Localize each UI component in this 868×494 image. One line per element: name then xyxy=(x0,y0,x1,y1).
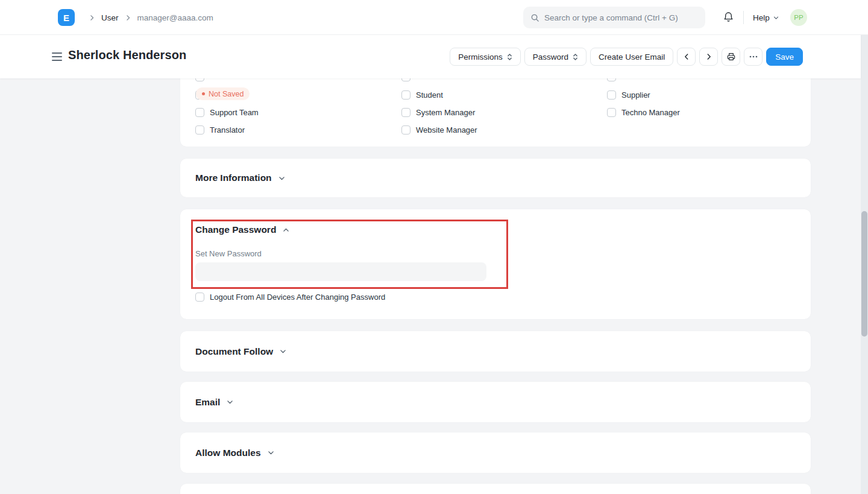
button-label: Password xyxy=(533,52,568,62)
print-button[interactable] xyxy=(722,48,740,66)
button-label: Create User Email xyxy=(599,52,665,62)
checkbox-website-manager[interactable] xyxy=(401,125,410,135)
help-menu[interactable]: Help xyxy=(753,0,779,35)
checkbox-system-manager[interactable] xyxy=(401,108,410,117)
section-title: Email xyxy=(195,397,220,408)
notification-bell-icon[interactable] xyxy=(723,11,734,23)
scrollbar-thumb[interactable] xyxy=(861,211,867,337)
section-title: More Information xyxy=(195,173,272,183)
status-badge: Not Saved xyxy=(196,87,250,100)
next-document-button[interactable] xyxy=(699,48,718,66)
role-label[interactable]: Website Manager xyxy=(416,125,477,135)
set-new-password-label: Set New Password xyxy=(195,249,262,258)
page-head: Sherlock Henderson Not Saved Permissions… xyxy=(0,35,861,78)
help-label: Help xyxy=(753,13,770,22)
permissions-button[interactable]: Permissions xyxy=(450,48,521,66)
section-header-more-information[interactable]: More Information xyxy=(180,159,811,197)
head-actions: Permissions Password Create User Email S… xyxy=(450,48,803,66)
role-label[interactable]: Supplier xyxy=(621,90,650,100)
status-dot-icon xyxy=(202,92,205,95)
user-avatar[interactable]: PP xyxy=(790,9,807,26)
logout-all-devices-row: Logout From All Devices After Changing P… xyxy=(195,293,385,302)
new-password-input[interactable] xyxy=(195,262,486,281)
section-title: Allow Modules xyxy=(195,448,261,458)
checkbox-translator[interactable] xyxy=(195,125,204,135)
breadcrumb: User manager@aaaa.com xyxy=(88,0,213,35)
navbar: E User manager@aaaa.com Help PP xyxy=(0,0,868,35)
breadcrumb-item-document[interactable]: manager@aaaa.com xyxy=(137,13,213,22)
section-header-document-follow[interactable]: Document Follow xyxy=(180,331,811,372)
checkbox-logout-all-devices[interactable] xyxy=(195,293,204,302)
next-section-card xyxy=(180,484,811,494)
chevron-down-icon xyxy=(226,398,234,406)
chevron-down-icon xyxy=(267,449,275,457)
chevron-down-icon xyxy=(773,14,779,21)
roles-row: Stock User Student Supplier xyxy=(180,90,811,100)
chevron-down-icon xyxy=(278,174,286,182)
save-button[interactable]: Save xyxy=(766,48,803,66)
menu-icon[interactable] xyxy=(51,51,64,63)
create-user-email-button[interactable]: Create User Email xyxy=(590,48,673,66)
section-header-allow-modules[interactable]: Allow Modules xyxy=(180,432,811,473)
printer-icon xyxy=(726,52,736,62)
password-button[interactable]: Password xyxy=(524,48,587,66)
button-label: Permissions xyxy=(458,52,503,62)
logout-all-devices-label[interactable]: Logout From All Devices After Changing P… xyxy=(210,293,385,302)
sort-icon xyxy=(507,53,512,61)
breadcrumb-chevron-icon[interactable] xyxy=(88,14,96,22)
role-label[interactable]: Student xyxy=(416,90,443,100)
section-header-email[interactable]: Email xyxy=(180,382,811,422)
section-title: Document Follow xyxy=(195,346,273,357)
section-title: Change Password xyxy=(195,224,276,235)
erpnext-logo[interactable]: E xyxy=(58,9,75,26)
status-text: Not Saved xyxy=(209,90,244,98)
checkbox-techno-manager[interactable] xyxy=(607,108,616,117)
checkbox-supplier[interactable] xyxy=(607,90,616,100)
role-label[interactable]: System Manager xyxy=(416,108,475,117)
role-label[interactable]: Translator xyxy=(210,125,245,135)
previous-document-button[interactable] xyxy=(677,48,696,66)
button-label: Save xyxy=(775,52,794,62)
section-header-change-password[interactable]: Change Password xyxy=(195,224,290,235)
more-options-button[interactable] xyxy=(744,48,763,66)
chevron-up-icon xyxy=(282,226,290,234)
divider xyxy=(743,11,744,24)
chevron-right-icon xyxy=(705,52,713,61)
chevron-left-icon xyxy=(682,52,691,61)
search-icon xyxy=(530,13,539,22)
chevron-right-icon xyxy=(124,14,132,22)
avatar-initials: PP xyxy=(794,14,803,21)
global-search xyxy=(523,7,705,28)
logo-letter: E xyxy=(63,13,69,23)
checkbox-support-team[interactable] xyxy=(195,108,204,117)
search-input[interactable] xyxy=(544,13,698,22)
change-password-card: Change Password Set New Password Logout … xyxy=(180,209,811,319)
role-label[interactable]: Techno Manager xyxy=(621,108,680,117)
role-label[interactable]: Support Team xyxy=(210,108,259,117)
roles-row: Support Team System Manager Techno Manag… xyxy=(180,107,811,117)
page-title: Sherlock Henderson xyxy=(68,48,186,62)
ellipsis-icon xyxy=(749,52,758,62)
checkbox-student[interactable] xyxy=(401,90,410,100)
chevron-down-icon xyxy=(279,347,287,355)
roles-row: Translator Website Manager xyxy=(180,125,811,135)
breadcrumb-item-user[interactable]: User xyxy=(101,13,119,22)
sort-icon xyxy=(573,53,578,61)
